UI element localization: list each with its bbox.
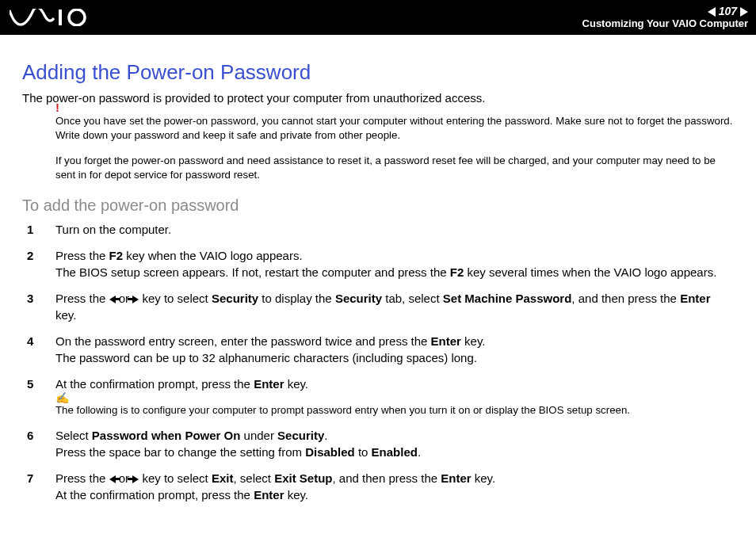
page-content: Adding the Power-on Password The power-o… <box>0 35 756 534</box>
bold-security: Security <box>212 292 258 305</box>
step-text: Select <box>55 429 92 442</box>
step-text: key. <box>284 488 308 502</box>
warning-note-1: ! Once you have set the power-on passwor… <box>55 114 734 143</box>
step-5: At the confirmation prompt, press the En… <box>22 376 734 418</box>
warning-note-2: If you forget the power-on password and … <box>55 154 734 182</box>
step-text: At the confirmation prompt, press the <box>55 377 254 391</box>
arrow-right-icon <box>132 475 139 483</box>
step-text: , and then press the <box>571 292 680 305</box>
page-title: Adding the Power-on Password <box>22 60 734 85</box>
tip-text: The following is to configure your compu… <box>55 404 630 416</box>
intro-text: The power-on password is provided to pro… <box>22 91 734 105</box>
arrow-left-icon <box>109 475 116 483</box>
bold-password-on: Password when Power On <box>92 429 241 442</box>
step-text: key to select <box>139 471 212 485</box>
step-text: key several times when the VAIO logo app… <box>464 265 716 279</box>
bold-exit: Exit <box>212 471 234 485</box>
subsection-title: To add the power-on password <box>22 196 734 215</box>
arrow-right-icon <box>132 296 139 303</box>
vaio-logo <box>10 0 97 35</box>
bold-disabled: Disabled <box>305 445 355 459</box>
step-2: Press the F2 key when the VAIO logo appe… <box>22 247 734 280</box>
step-text: Press the <box>55 471 109 485</box>
step-text: . <box>324 429 327 442</box>
step-text: to <box>355 445 372 459</box>
key-f2: F2 <box>109 249 124 262</box>
key-f2: F2 <box>450 265 464 279</box>
svg-rect-0 <box>59 10 62 25</box>
step-text: Press the <box>55 292 109 305</box>
step-text: key. <box>472 471 496 485</box>
section-label: Customizing Your VAIO Computer <box>582 18 748 29</box>
bold-enabled: Enabled <box>372 445 418 459</box>
step-text: to display the <box>258 292 335 305</box>
header-right: 107 Customizing Your VAIO Computer <box>582 6 748 29</box>
key-enter: Enter <box>254 377 284 391</box>
key-enter: Enter <box>441 471 471 485</box>
step-text: On the password entry screen, enter the … <box>55 334 431 348</box>
arrow-left-icon <box>109 296 116 303</box>
step-text: , select <box>233 471 274 485</box>
step-6: Select Password when Power On under Secu… <box>22 427 734 460</box>
bold-security: Security <box>277 429 324 442</box>
step-text: The BIOS setup screen appears. If not, r… <box>55 265 450 279</box>
key-enter: Enter <box>680 292 710 305</box>
step-7: Press the or key to select Exit, select … <box>22 470 734 503</box>
tip-note: ✍ The following is to configure your com… <box>55 403 734 418</box>
step-4: On the password entry screen, enter the … <box>22 333 734 366</box>
step-text: key to select <box>139 292 212 305</box>
page-number: 107 <box>719 6 737 17</box>
warning-icon: ! <box>55 100 59 116</box>
step-text: Press the <box>55 249 109 262</box>
step-text: tab, select <box>382 292 443 305</box>
next-page-icon[interactable] <box>740 7 748 17</box>
bold-exit-setup: Exit Setup <box>274 471 332 485</box>
step-text: Turn on the computer. <box>55 223 171 236</box>
warning-text-2: If you forget the power-on password and … <box>55 154 716 181</box>
step-3: Press the or key to select Security to d… <box>22 290 734 323</box>
key-enter: Enter <box>254 488 284 502</box>
tip-icon: ✍ <box>55 391 69 406</box>
header-bar: 107 Customizing Your VAIO Computer <box>0 0 756 35</box>
steps-list: Turn on the computer. Press the F2 key w… <box>22 221 734 503</box>
bold-security: Security <box>335 292 382 305</box>
bold-set-machine: Set Machine Password <box>443 292 572 305</box>
step-text: key. <box>461 334 486 348</box>
warning-text-1: Once you have set the power-on password,… <box>55 115 732 141</box>
key-enter: Enter <box>431 334 461 348</box>
step-text: under <box>240 429 277 442</box>
step-1: Turn on the computer. <box>22 221 734 238</box>
step-text: , and then press the <box>333 471 441 485</box>
svg-point-1 <box>69 10 85 25</box>
step-text: Press the space bar to change the settin… <box>55 445 305 459</box>
step-text: key when the VAIO logo appears. <box>123 249 303 262</box>
step-text: key. <box>55 308 76 322</box>
step-text: At the confirmation prompt, press the <box>55 488 254 502</box>
prev-page-icon[interactable] <box>708 7 716 17</box>
step-text: The password can be up to 32 alphanumeri… <box>55 351 477 364</box>
step-text: . <box>418 445 421 459</box>
page-nav: 107 <box>708 6 748 17</box>
step-text: key. <box>284 377 308 391</box>
